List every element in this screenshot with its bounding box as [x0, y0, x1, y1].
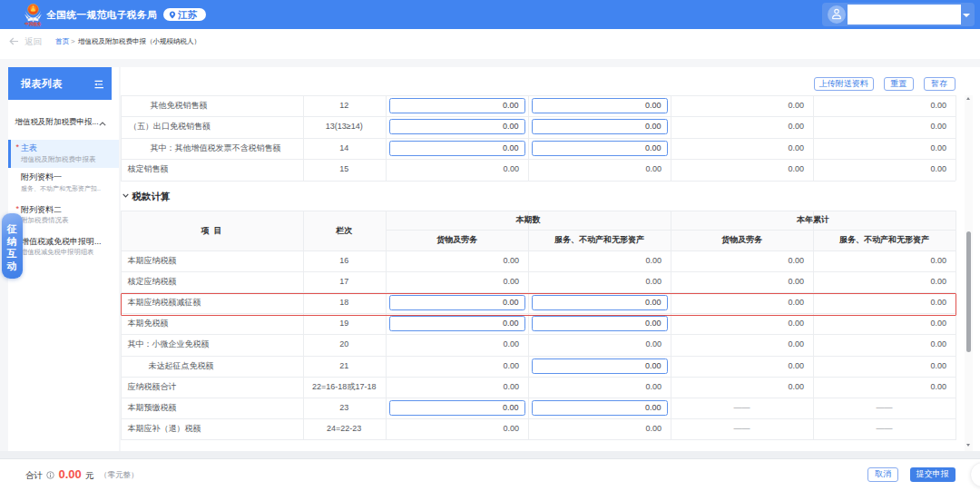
- svg-text:中国税务: 中国税务: [24, 21, 42, 26]
